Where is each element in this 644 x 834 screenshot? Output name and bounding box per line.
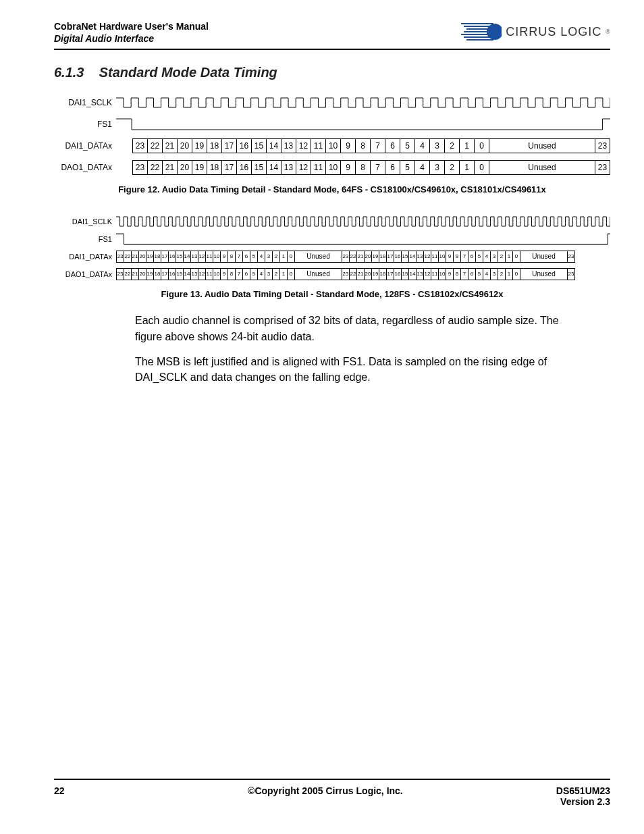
bit-cell: 3	[491, 251, 498, 263]
doc-id: DS651UM23	[556, 785, 610, 796]
bit-cell: 5	[476, 251, 483, 263]
bit-cell: 4	[258, 268, 265, 280]
bit-cell: 15	[402, 251, 409, 263]
bit-cell: 4	[415, 160, 430, 175]
signal-label-sclk: DAI1_SCLK	[54, 98, 116, 107]
manual-title: CobraNet Hardware User's Manual	[54, 20, 209, 32]
signal-label-fs: FS1	[54, 120, 116, 129]
bit-cell: 0	[475, 160, 489, 175]
bit-cell: 21	[163, 138, 178, 153]
bit-cell: 15	[402, 268, 409, 280]
bit-cell: 14	[184, 268, 191, 280]
signal-label-sclk: DAI1_SCLK	[54, 217, 116, 226]
bit-cell: 5	[400, 138, 415, 153]
bit-cell: 4	[483, 251, 491, 263]
logo-text: CIRRUS LOGIC	[506, 25, 601, 39]
bit-cell: 23	[568, 251, 575, 263]
bit-cell: 10	[439, 268, 446, 280]
bit-cell: 18	[207, 160, 222, 175]
bit-cell: 20	[139, 268, 146, 280]
bit-cell: 13	[281, 160, 296, 175]
bit-cell: 11	[206, 251, 213, 263]
bit-cell: 16	[394, 268, 402, 280]
bit-cell: 21	[163, 160, 178, 175]
bit-cell: 20	[365, 251, 372, 263]
bit-cell: 22	[148, 138, 163, 153]
bit-cell: 18	[379, 268, 387, 280]
bit-cell: 10	[439, 251, 446, 263]
bit-cell: 22	[350, 251, 357, 263]
bit-cell: 21	[357, 251, 365, 263]
bit-cell: 3	[265, 251, 273, 263]
bit-cell: 12	[296, 160, 311, 175]
unused-cell: Unused	[295, 268, 342, 280]
bit-cell: 4	[415, 138, 430, 153]
bit-cell: 19	[192, 160, 207, 175]
bit-cell: 2	[273, 251, 280, 263]
bit-cell: 5	[250, 268, 258, 280]
clock-waveform-icon	[116, 95, 610, 110]
bit-cell: 2	[498, 268, 506, 280]
bit-cell: 9	[341, 138, 356, 153]
bit-cell: 13	[417, 251, 424, 263]
bit-cell: 9	[446, 251, 454, 263]
signal-label-dao: DAO1_DATAx	[54, 270, 116, 278]
bit-cell: 11	[431, 268, 439, 280]
bit-cell: 23	[133, 160, 148, 175]
bit-cell: 22	[124, 251, 132, 263]
bit-cell: 19	[192, 138, 207, 153]
bit-cell: 22	[350, 268, 357, 280]
signal-label-fs: FS1	[54, 235, 116, 243]
bit-cell: 2	[445, 138, 460, 153]
bit-cell: 13	[191, 251, 198, 263]
bit-cell: 3	[430, 138, 445, 153]
bit-cell: 16	[237, 138, 252, 153]
clock-waveform-icon	[116, 214, 610, 229]
fig12-fs-row: FS1	[54, 115, 610, 133]
bit-cell: 23	[133, 138, 148, 153]
bit-cell: 14	[409, 268, 417, 280]
bit-cell: 3	[491, 268, 498, 280]
cirrus-logic-logo: CIRRUS LOGIC ®	[461, 20, 610, 43]
bit-cell: 6	[385, 160, 400, 175]
bit-cell: 1	[460, 138, 475, 153]
bit-cell: 0	[475, 138, 489, 153]
bit-cell: 12	[424, 268, 431, 280]
bit-cell: 10	[326, 138, 341, 153]
doc-version: Version 2.3	[556, 796, 610, 807]
bit-cell: 14	[184, 251, 191, 263]
data-cells-dai: 23222120191817161514131211109876543210Un…	[116, 251, 610, 263]
bit-cell: 6	[243, 268, 250, 280]
bit-cell: 1	[460, 160, 475, 175]
header-text-block: CobraNet Hardware User's Manual Digital …	[54, 20, 209, 45]
bit-cell: 20	[365, 268, 372, 280]
bit-cell: 4	[483, 268, 491, 280]
bit-cell: 5	[476, 268, 483, 280]
bit-cell: 11	[206, 268, 213, 280]
bit-cell: 23	[117, 268, 124, 280]
bit-cell: 18	[207, 138, 222, 153]
bit-cell: 3	[430, 160, 445, 175]
bit-cell: 19	[146, 268, 154, 280]
bit-cell: 20	[178, 160, 192, 175]
bit-cell: 21	[357, 268, 365, 280]
bit-cell: 11	[311, 138, 326, 153]
bit-cell: 0	[288, 251, 295, 263]
unused-cell: Unused	[520, 268, 568, 280]
figure-13: DAI1_SCLK FS1 DAI1_DATAx 232221201918171…	[54, 215, 610, 299]
body-paragraph-2: The MSB is left justified and is aligned…	[135, 354, 587, 385]
page-footer: 22 ©Copyright 2005 Cirrus Logic, Inc. DS…	[54, 779, 610, 807]
bit-cell: 5	[250, 251, 258, 263]
logo-waves-icon	[461, 20, 502, 43]
unused-cell: Unused	[520, 251, 568, 263]
data-cells-dao: 23222120191817161514131211109876543210Un…	[132, 160, 610, 175]
bit-cell: 8	[356, 160, 371, 175]
bit-cell: 2	[445, 160, 460, 175]
bit-cell: 4	[258, 251, 265, 263]
fig12-sclk-row: DAI1_SCLK	[54, 94, 610, 111]
figure-12-caption: Figure 12. Audio Data Timing Detail - St…	[54, 184, 610, 194]
bit-cell: 7	[461, 268, 468, 280]
bit-cell: 17	[222, 160, 237, 175]
frame-sync-waveform-icon	[116, 231, 610, 247]
bit-cell: 7	[461, 251, 468, 263]
